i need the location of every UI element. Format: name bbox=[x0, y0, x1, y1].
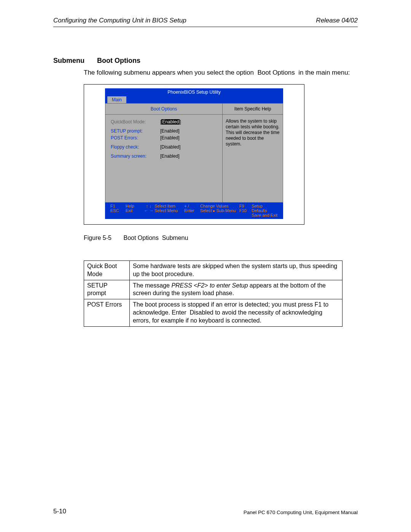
footer-label-exit: Exit bbox=[126, 208, 143, 213]
table-row: POST ErrorsThe boot process is stopped i… bbox=[84, 299, 342, 326]
bios-option-value: [Disabled] bbox=[160, 144, 180, 150]
footer-label-select-submenu: Select ▸ Sub-Menu bbox=[200, 208, 239, 213]
bios-option-label: POST Errors: bbox=[111, 135, 160, 141]
footer-key-f9: F9 bbox=[239, 204, 252, 208]
bios-left-panel: Boot Options QuickBoot Mode:[Enabled]SET… bbox=[105, 103, 222, 203]
footer-key-f1: F1 bbox=[110, 204, 126, 208]
bios-option-label: QuickBoot Mode: bbox=[111, 119, 160, 125]
table-cell-label: POST Errors bbox=[84, 299, 130, 326]
bios-option-label: Summary screen: bbox=[111, 153, 160, 159]
footer-label-save-exit: Save and Exit bbox=[252, 213, 278, 217]
bios-option-label: Floppy check: bbox=[111, 144, 160, 150]
header-left: Configuring the Computing Unit in BIOS S… bbox=[53, 17, 186, 24]
bios-right-panel: Item Specific Help Allows the system to … bbox=[222, 103, 283, 203]
section-label: Submenu bbox=[53, 57, 89, 65]
bios-option-row[interactable]: SETUP prompt:[Enabled] bbox=[111, 128, 217, 134]
bios-options-list: QuickBoot Mode:[Enabled]SETUP prompt:[En… bbox=[105, 115, 222, 202]
bios-footer: F1ESC HelpExit ↑ ↓← → Select ItemSelect … bbox=[105, 203, 283, 219]
table-cell-desc: The boot process is stopped if an error … bbox=[130, 299, 342, 326]
footer-key-f10: F10 bbox=[239, 208, 252, 213]
footer-label-select-item: Select Item bbox=[155, 204, 184, 208]
table-cell-label: SETUP prompt bbox=[84, 280, 130, 299]
footer-label-setup-defaults: Setup Defaults bbox=[252, 204, 278, 213]
bios-window: PhoenixBIOS Setup Utility Main Boot Opti… bbox=[105, 88, 283, 219]
bios-option-label: SETUP prompt: bbox=[111, 128, 160, 134]
bios-option-row[interactable]: POST Errors:[Enabled] bbox=[111, 135, 217, 141]
table-row: SETUP promptThe message PRESS <F2> to en… bbox=[84, 280, 342, 299]
bios-option-value: [Enabled] bbox=[160, 153, 180, 159]
section-title: Boot Options bbox=[97, 57, 140, 65]
figure-caption: Figure 5-5 Boot Options Submenu bbox=[84, 235, 358, 241]
footer-arrows-ud: ↑ ↓ bbox=[143, 204, 155, 208]
footer-key-enter: Enter bbox=[184, 208, 200, 213]
footer-key-plusminus: + / bbox=[184, 204, 200, 208]
table-cell-desc: Some hardware tests are skipped when the… bbox=[130, 260, 342, 280]
bios-figure-frame: PhoenixBIOS Setup Utility Main Boot Opti… bbox=[84, 84, 304, 225]
bios-help-text: Allows the system to skip certain tests … bbox=[223, 115, 283, 151]
table-cell-desc: The message PRESS <F2> to enter Setup ap… bbox=[130, 280, 342, 299]
footer-key-esc: ESC bbox=[110, 208, 126, 213]
bios-right-header: Item Specific Help bbox=[223, 104, 283, 115]
footer-label-change-values: Change Values bbox=[200, 204, 239, 208]
bios-option-value: Enabled bbox=[161, 119, 180, 125]
table-cell-label: Quick Boot Mode bbox=[84, 260, 130, 280]
manual-title: Panel PC 670 Computing Unit, Equipment M… bbox=[244, 510, 358, 515]
page-header: Configuring the Computing Unit in BIOS S… bbox=[53, 17, 358, 27]
figure-number: Figure 5-5 bbox=[84, 235, 122, 241]
header-right: Release 04/02 bbox=[316, 17, 358, 24]
figure-caption-text: Boot Options Submenu bbox=[123, 235, 188, 241]
page-footer: 5-10 Panel PC 670 Computing Unit, Equipm… bbox=[53, 508, 358, 515]
bios-option-value: [Enabled] bbox=[160, 128, 180, 134]
footer-label-help: Help bbox=[126, 204, 143, 208]
bios-tab-main[interactable]: Main bbox=[107, 96, 126, 103]
bios-titlebar: PhoenixBIOS Setup Utility bbox=[105, 88, 283, 96]
bios-option-row[interactable]: QuickBoot Mode:[Enabled] bbox=[111, 119, 217, 125]
section-heading: Submenu Boot Options bbox=[53, 57, 358, 65]
table-row: Quick Boot ModeSome hardware tests are s… bbox=[84, 260, 342, 280]
bios-tabrow: Main bbox=[105, 96, 283, 103]
description-table: Quick Boot ModeSome hardware tests are s… bbox=[84, 260, 342, 327]
footer-label-select-menu: Select Menu bbox=[155, 208, 184, 213]
bios-option-value: [Enabled] bbox=[160, 135, 180, 141]
intro-text: The following submenu appears when you s… bbox=[84, 69, 358, 77]
bios-option-row[interactable]: Floppy check:[Disabled] bbox=[111, 144, 217, 150]
bios-option-row[interactable]: Summary screen:[Enabled] bbox=[111, 153, 217, 159]
bios-left-header: Boot Options bbox=[105, 104, 222, 115]
page-number: 5-10 bbox=[53, 508, 66, 515]
footer-arrows-lr: ← → bbox=[143, 208, 155, 213]
